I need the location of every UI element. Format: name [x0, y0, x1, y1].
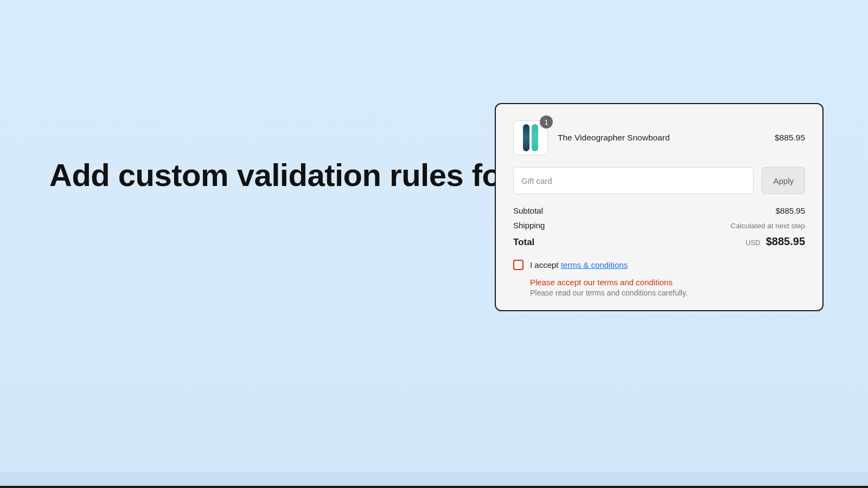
- snowboard-icon: [532, 124, 538, 151]
- terms-link[interactable]: terms & conditions: [561, 260, 628, 269]
- shipping-value: Calculated at next step: [731, 222, 805, 230]
- subtotal-row: Subtotal $885.95: [513, 206, 805, 215]
- consent-prefix: I accept: [530, 260, 561, 269]
- gift-card-input[interactable]: [513, 167, 754, 194]
- apply-button[interactable]: Apply: [762, 167, 805, 194]
- gift-card-row: Apply: [513, 167, 805, 194]
- product-thumbnail-wrap: 1: [513, 120, 548, 155]
- validation-error-hint: Please read our terms and conditions car…: [530, 288, 805, 297]
- consent-row: I accept terms & conditions: [513, 260, 805, 270]
- consent-checkbox[interactable]: [513, 260, 524, 270]
- cart-line-item: 1 The Videographer Snowboard $885.95: [513, 120, 805, 155]
- decorative-noise: [0, 486, 868, 488]
- product-price: $885.95: [775, 133, 805, 143]
- validation-error-message: Please accept our terms and conditions: [530, 278, 805, 287]
- product-title: The Videographer Snowboard: [558, 133, 765, 143]
- validation-error-block: Please accept our terms and conditions P…: [513, 278, 805, 297]
- snowboard-icon: [523, 124, 529, 151]
- total-value: $885.95: [766, 235, 805, 248]
- shipping-label: Shipping: [513, 221, 545, 230]
- consent-text: I accept terms & conditions: [530, 260, 628, 269]
- total-row: Total USD $885.95: [513, 235, 805, 248]
- shipping-row: Shipping Calculated at next step: [513, 221, 805, 230]
- currency-code: USD: [745, 239, 760, 247]
- subtotal-value: $885.95: [776, 206, 805, 215]
- checkout-summary-panel: 1 The Videographer Snowboard $885.95 App…: [495, 103, 824, 311]
- total-label: Total: [513, 237, 534, 248]
- quantity-badge: 1: [540, 115, 553, 129]
- subtotal-label: Subtotal: [513, 206, 543, 215]
